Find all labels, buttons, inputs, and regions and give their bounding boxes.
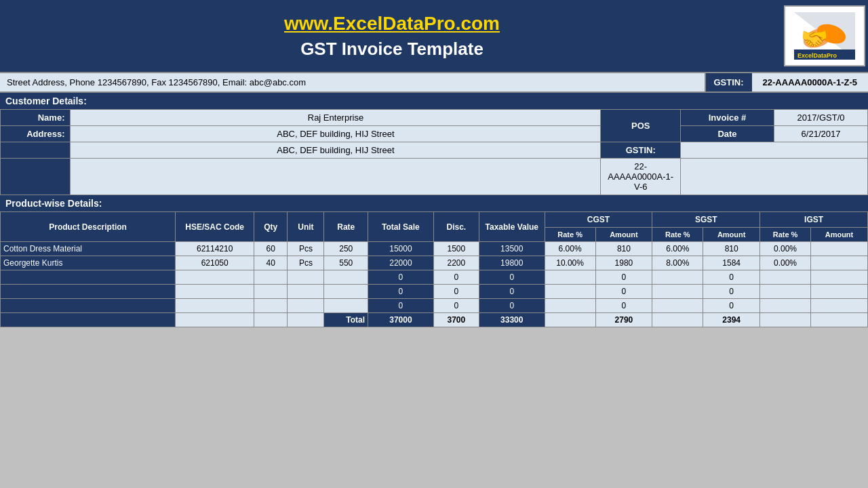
address-value1: ABC, DEF building, HIJ Street bbox=[71, 126, 601, 142]
col-sgst-header: SGST bbox=[652, 212, 760, 228]
cgst-rate-col: Rate % bbox=[545, 228, 595, 242]
total-sale-value: 37000 bbox=[368, 313, 434, 327]
igst-amt bbox=[810, 242, 867, 256]
disc: 2200 bbox=[433, 256, 479, 270]
qty: 40 bbox=[254, 256, 288, 270]
col-cgst-header: CGST bbox=[545, 212, 652, 228]
col-qty: Qty bbox=[254, 212, 288, 242]
taxable-value: 19800 bbox=[479, 256, 545, 270]
col-hse: HSE/SAC Code bbox=[176, 212, 254, 242]
igst-rate: 0.00% bbox=[760, 242, 811, 256]
sgst-amt: 1584 bbox=[703, 256, 760, 270]
name-value: Raj Enterprise bbox=[71, 110, 601, 126]
col-disc: Disc. bbox=[433, 212, 479, 242]
igst-amt bbox=[810, 256, 867, 270]
igst-amt-col: Amount bbox=[810, 228, 867, 242]
date-value: 6/21/2017 bbox=[774, 126, 868, 142]
company-address: Street Address, Phone 1234567890, Fax 12… bbox=[0, 73, 706, 92]
cgst-amt-col: Amount bbox=[595, 228, 652, 242]
hse-code: 62114210 bbox=[176, 242, 254, 256]
sgst-rate: 6.00% bbox=[652, 242, 703, 256]
total-label: Total bbox=[324, 313, 368, 327]
customer-name-row: Name: Raj Enterprise POS Invoice # 2017/… bbox=[1, 110, 868, 126]
empty-row: 0 0 0 0 0 bbox=[1, 285, 868, 299]
pos-value: GSTIN: bbox=[601, 142, 681, 159]
table-row: Cotton Dress Material 62114210 60 Pcs 25… bbox=[1, 242, 868, 256]
company-info-row: Street Address, Phone 1234567890, Fax 12… bbox=[0, 72, 868, 93]
title-row: www.ExcelDataPro.com bbox=[0, 13, 784, 35]
logo-icon: 🤝 ExcelDataPro bbox=[794, 12, 855, 60]
empty-row: 0 0 0 0 0 bbox=[1, 270, 868, 285]
taxable-value: 13500 bbox=[479, 242, 545, 256]
rate: 250 bbox=[324, 242, 368, 256]
gstin-row-label bbox=[681, 142, 868, 159]
col-igst-header: IGST bbox=[760, 212, 868, 228]
website-link[interactable]: www.ExcelDataPro.com bbox=[284, 13, 500, 34]
unit: Pcs bbox=[288, 256, 324, 270]
qty: 60 bbox=[254, 242, 288, 256]
total-sale: 15000 bbox=[368, 242, 434, 256]
address-label2 bbox=[1, 142, 71, 159]
svg-text:🤝: 🤝 bbox=[801, 26, 828, 52]
website-section: www.ExcelDataPro.com GST Invoice Templat… bbox=[0, 10, 784, 62]
col-taxable: Taxable Value bbox=[479, 212, 545, 242]
empty-value bbox=[71, 159, 601, 195]
product-header-row1: Product Description HSE/SAC Code Qty Uni… bbox=[1, 212, 868, 228]
logo: 🤝 ExcelDataPro bbox=[784, 5, 865, 66]
gstin-label: GSTIN: bbox=[706, 73, 752, 92]
customer-address-row1: Address: ABC, DEF building, HIJ Street D… bbox=[1, 126, 868, 142]
col-product-desc: Product Description bbox=[1, 212, 176, 242]
total-taxable: 33300 bbox=[479, 313, 545, 327]
gstin-row-extra bbox=[681, 159, 868, 195]
igst-rate: 0.00% bbox=[760, 256, 811, 270]
gstin-value: 22-AAAAA0000A-1-Z-5 bbox=[752, 73, 868, 92]
products-section-header: Product-wise Details: bbox=[0, 195, 868, 211]
gstin-section: GSTIN: 22-AAAAA0000A-1-Z-5 bbox=[706, 73, 869, 92]
customer-section-header: Customer Details: bbox=[0, 93, 868, 109]
empty-row: 0 0 0 0 0 bbox=[1, 299, 868, 313]
product-name: Cotton Dress Material bbox=[1, 242, 176, 256]
col-rate: Rate bbox=[324, 212, 368, 242]
header-top: www.ExcelDataPro.com GST Invoice Templat… bbox=[0, 0, 868, 72]
product-name: Georgette Kurtis bbox=[1, 256, 176, 270]
sgst-rate: 8.00% bbox=[652, 256, 703, 270]
address-value2: ABC, DEF building, HIJ Street bbox=[71, 142, 601, 159]
table-row: Georgette Kurtis 621050 40 Pcs 550 22000… bbox=[1, 256, 868, 270]
products-table: Product Description HSE/SAC Code Qty Uni… bbox=[0, 211, 868, 327]
rate: 550 bbox=[324, 256, 368, 270]
customer-table: Name: Raj Enterprise POS Invoice # 2017/… bbox=[0, 109, 868, 195]
col-unit: Unit bbox=[288, 212, 324, 242]
customer-address-row2: ABC, DEF building, HIJ Street GSTIN: bbox=[1, 142, 868, 159]
total-cgst: 2790 bbox=[595, 313, 652, 327]
gstin-row-value: 22-AAAAA0000A-1-V-6 bbox=[601, 159, 681, 195]
sgst-rate-col: Rate % bbox=[652, 228, 703, 242]
invoice-value: 2017/GST/0 bbox=[774, 110, 868, 126]
igst-rate-col: Rate % bbox=[760, 228, 811, 242]
name-label: Name: bbox=[1, 110, 71, 126]
cgst-rate: 10.00% bbox=[545, 256, 595, 270]
empty-label bbox=[1, 159, 71, 195]
hse-code: 621050 bbox=[176, 256, 254, 270]
address-label: Address: bbox=[1, 126, 71, 142]
cgst-amt: 810 bbox=[595, 242, 652, 256]
pos-label: POS bbox=[601, 110, 681, 142]
date-label: Date bbox=[681, 126, 774, 142]
total-sale: 22000 bbox=[368, 256, 434, 270]
col-total-sale: Total Sale bbox=[368, 212, 434, 242]
page-title: GST Invoice Template bbox=[0, 39, 784, 60]
totals-row: Total 37000 3700 33300 2790 2394 bbox=[1, 313, 868, 327]
cgst-rate: 6.00% bbox=[545, 242, 595, 256]
customer-gstin-row: 22-AAAAA0000A-1-V-6 bbox=[1, 159, 868, 195]
cgst-amt: 1980 bbox=[595, 256, 652, 270]
invoice-label: Invoice # bbox=[681, 110, 774, 126]
disc: 1500 bbox=[433, 242, 479, 256]
total-disc: 3700 bbox=[433, 313, 479, 327]
sgst-amt: 810 bbox=[703, 242, 760, 256]
unit: Pcs bbox=[288, 242, 324, 256]
svg-text:ExcelDataPro: ExcelDataPro bbox=[797, 52, 837, 59]
sgst-amt-col: Amount bbox=[703, 228, 760, 242]
total-sgst: 2394 bbox=[703, 313, 760, 327]
